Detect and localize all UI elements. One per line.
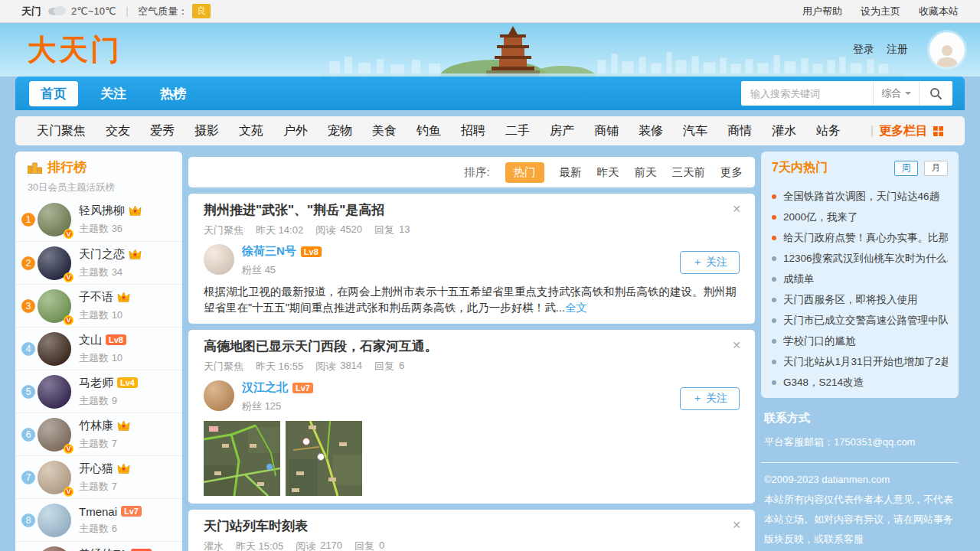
tab-month[interactable]: 月: [924, 161, 948, 176]
map-thumbnail[interactable]: [204, 421, 280, 496]
hot-topic-link[interactable]: 天门北站从1月31日开始也增加了2趟...: [772, 351, 948, 372]
username[interactable]: 天门之恋: [79, 247, 125, 262]
channel-show[interactable]: 爱秀: [150, 123, 175, 139]
close-icon[interactable]: ✕: [732, 203, 741, 215]
channel-cars[interactable]: 汽车: [683, 123, 707, 139]
avatar[interactable]: [204, 380, 234, 411]
set-homepage-link[interactable]: 设为主页: [861, 5, 900, 18]
post-title[interactable]: 天门站列车时刻表: [204, 517, 740, 535]
username[interactable]: 文山: [79, 333, 102, 347]
hot-topic-link[interactable]: G348，S214改造: [772, 372, 948, 393]
hot-topic-link[interactable]: 成绩单: [772, 269, 948, 289]
avatar[interactable]: V: [38, 418, 71, 452]
hot-topic-link[interactable]: 天门市已成立交警高速公路管理中队: [772, 310, 948, 331]
hot-topic-link[interactable]: 给天门政府点赞！真心办实事。比那...: [772, 227, 948, 248]
hot-topic-link[interactable]: 天门西服务区，即将投入使用: [772, 289, 948, 310]
list-item[interactable]: 9 曾经的TALv8 主题数: [15, 541, 182, 551]
channel-chitchat[interactable]: 灌水: [772, 123, 796, 139]
map-thumbnail[interactable]: [286, 421, 362, 496]
sort-option-more[interactable]: 更多: [720, 165, 743, 180]
channel-outdoor[interactable]: 户外: [283, 123, 308, 139]
sort-option-yesterday[interactable]: 昨天: [597, 165, 619, 180]
post-card: 天门站列车时刻表 ✕ 灌水 昨天 15:05 阅读2170 回复0 马老师 Lv…: [188, 510, 755, 551]
tab-following[interactable]: 关注: [89, 81, 138, 106]
full-text-link[interactable]: 全文: [565, 302, 587, 314]
copyright: ©2009-2023 datianmen.com: [764, 470, 956, 490]
username[interactable]: 轻风拂柳: [79, 204, 125, 218]
username[interactable]: 马老师: [79, 376, 113, 390]
channel-business[interactable]: 商情: [727, 123, 752, 139]
hot-topic-link[interactable]: 12306搜索武汉到仙桃车次时为什么...: [772, 248, 948, 269]
username[interactable]: 子不语: [79, 290, 113, 305]
post-title[interactable]: 荆州推进"武张"、"荆岳"是高招: [204, 201, 740, 219]
hot-topic-link[interactable]: 学校门口的尴尬: [772, 331, 948, 351]
author-name[interactable]: 徐荷三N号: [242, 244, 296, 259]
login-link[interactable]: 登录: [853, 43, 874, 57]
avatar[interactable]: [38, 332, 71, 366]
avatar[interactable]: [204, 244, 234, 275]
tab-hotlist[interactable]: 热榜: [149, 81, 198, 106]
sort-option-hot[interactable]: 热门: [505, 162, 544, 183]
close-icon[interactable]: ✕: [732, 339, 741, 351]
post-forum[interactable]: 天门聚焦: [204, 223, 243, 237]
channel-pets[interactable]: 宠物: [328, 123, 352, 139]
ranking-subtitle: 30日会员主题活跃榜: [15, 176, 182, 198]
avatar[interactable]: [38, 546, 71, 551]
channel-site-affairs[interactable]: 站务: [816, 123, 841, 139]
avatar[interactable]: [38, 504, 71, 537]
username[interactable]: 竹林康: [79, 419, 113, 433]
list-item[interactable]: 8 TmenaiLv7 主题数 6: [15, 498, 182, 541]
list-item[interactable]: 4 文山Lv8 主题数 10: [15, 327, 182, 370]
channel-fishing[interactable]: 钓鱼: [416, 123, 441, 139]
sort-option-newest[interactable]: 最新: [560, 165, 582, 180]
more-channels-button[interactable]: | 更多栏目: [871, 123, 943, 139]
author-name[interactable]: 汉江之北: [242, 380, 288, 395]
top-utility-bar: 天门 2℃~10℃ ｜ 空气质量： 良 用户帮助 设为主页 收藏本站: [0, 0, 980, 23]
channel-photography[interactable]: 摄影: [194, 123, 219, 139]
guest-avatar[interactable]: [929, 32, 965, 67]
channel-decoration[interactable]: 装修: [639, 123, 663, 139]
search-button[interactable]: [919, 81, 952, 106]
username[interactable]: 曾经的TA: [79, 547, 127, 551]
hot-topic-link[interactable]: 2000亿，我来了: [772, 207, 948, 227]
list-item[interactable]: 7 V 开心猫 主题数 7: [15, 455, 182, 498]
channel-friends[interactable]: 交友: [106, 123, 130, 139]
list-item[interactable]: 1 V 轻风拂柳 主题数 36: [15, 198, 182, 241]
avatar[interactable]: V: [38, 461, 71, 494]
channel-tianmen-focus[interactable]: 天门聚焦: [37, 123, 86, 139]
hot-topic-link[interactable]: 全国铁路首次调图，天门站达46趟: [772, 186, 948, 207]
bookmark-site-link[interactable]: 收藏本站: [919, 5, 959, 18]
channel-shops[interactable]: 商铺: [594, 123, 619, 139]
list-item[interactable]: 2 V 天门之恋 主题数 34: [15, 241, 182, 284]
rank-badge: 7: [21, 471, 35, 484]
sort-option-daybefore[interactable]: 前天: [635, 165, 657, 180]
follow-button[interactable]: ＋ 关注: [680, 251, 740, 274]
search-input[interactable]: [741, 81, 873, 106]
list-item[interactable]: 5 马老师Lv4 主题数 9: [15, 370, 182, 412]
username[interactable]: Tmenai: [79, 505, 117, 518]
post-title[interactable]: 高德地图已显示天门西段，石家河互通。: [204, 337, 740, 355]
channel-literature[interactable]: 文苑: [239, 123, 263, 139]
avatar[interactable]: V: [38, 289, 71, 323]
post-forum[interactable]: 灌水: [204, 540, 224, 551]
avatar[interactable]: [38, 375, 71, 409]
post-forum[interactable]: 天门聚焦: [204, 360, 243, 373]
user-help-link[interactable]: 用户帮助: [802, 5, 842, 18]
register-link[interactable]: 注册: [887, 43, 908, 57]
username[interactable]: 开心猫: [79, 461, 113, 476]
close-icon[interactable]: ✕: [732, 519, 741, 531]
search-category-dropdown[interactable]: 综合: [873, 81, 919, 106]
avatar[interactable]: V: [38, 246, 71, 280]
tab-week[interactable]: 周: [894, 161, 918, 176]
site-logo[interactable]: 大天门: [28, 31, 122, 70]
list-item[interactable]: 3 V 子不语 主题数 10: [15, 284, 182, 327]
sort-option-threedays[interactable]: 三天前: [672, 165, 706, 180]
channel-jobs[interactable]: 招聘: [461, 123, 485, 139]
tab-home[interactable]: 首页: [29, 81, 78, 106]
follow-button[interactable]: ＋ 关注: [680, 387, 740, 410]
avatar[interactable]: V: [38, 203, 71, 236]
channel-realestate[interactable]: 房产: [550, 123, 574, 139]
channel-food[interactable]: 美食: [372, 123, 397, 139]
list-item[interactable]: 6 V 竹林康 主题数 7: [15, 412, 182, 455]
channel-secondhand[interactable]: 二手: [505, 123, 530, 139]
